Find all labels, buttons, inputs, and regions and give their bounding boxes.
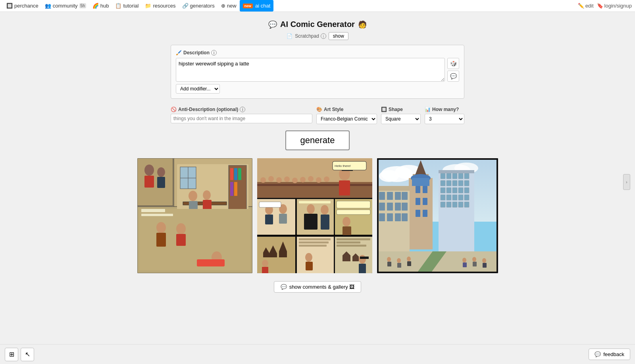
svg-rect-17 [234,182,237,196]
description-icon: 🖌️ [176,50,182,56]
svg-rect-114 [441,180,445,186]
svg-point-42 [308,176,314,182]
art-style-group: 🎨 Art Style Franco-Belgian Comic Manga A… [316,107,377,124]
nav-item-hub[interactable]: 🌈 hub [89,0,112,11]
title-chat-icon: 💬 [268,20,277,29]
svg-point-43 [316,177,321,183]
description-info-icon[interactable]: i [211,50,217,56]
svg-rect-29 [197,259,225,266]
svg-rect-46 [339,180,350,195]
edit-link[interactable]: ✏️ edit [578,3,594,9]
svg-rect-62 [304,214,318,230]
new-badge: new [243,4,253,8]
show-comments-button[interactable]: 💬 show comments & gallery 🖼 [274,281,362,293]
svg-rect-1 [137,158,173,206]
comic-image-2[interactable]: Hello there! [257,158,372,273]
svg-rect-23 [139,209,250,270]
svg-point-24 [156,222,166,233]
anti-desc-icon: 🚫 [171,107,177,112]
anti-description-input[interactable] [171,114,312,123]
svg-point-4 [144,165,154,176]
svg-rect-109 [441,173,445,179]
comic-svg-3 [377,158,498,273]
svg-point-152 [397,258,401,263]
svg-rect-164 [496,158,498,273]
svg-rect-82 [334,237,335,273]
svg-rect-68 [337,201,370,208]
svg-rect-75 [296,237,297,273]
anti-description-group: 🚫 Anti-Description (optional) i [171,107,312,123]
svg-rect-146 [387,213,393,221]
svg-point-40 [292,178,298,183]
svg-rect-105 [423,198,427,205]
comic-image-3[interactable] [377,158,498,273]
svg-rect-135 [377,190,410,257]
description-textarea[interactable]: hipster werewolf sipping a latte [176,58,445,82]
svg-rect-107 [423,210,427,217]
svg-rect-127 [458,195,463,200]
modifier-row: Add modifier... photorealistic anime ske… [176,84,459,94]
art-style-select[interactable]: Franco-Belgian Comic Manga American Comi… [316,114,377,124]
generate-button[interactable]: generate [285,130,350,150]
svg-rect-157 [463,262,467,267]
svg-rect-57 [259,202,281,207]
shape-select[interactable]: Square Portrait Landscape Wide [381,114,421,124]
svg-rect-136 [377,186,410,191]
svg-rect-137 [379,192,385,200]
anti-desc-info-icon[interactable]: i [240,107,245,112]
svg-rect-59 [296,199,297,234]
scratchpad-show-button[interactable]: show [329,32,348,40]
svg-rect-165 [377,272,498,273]
nav-item-ai-chat[interactable]: new ai chat [240,0,274,11]
scratchpad-info-icon[interactable]: i [321,33,326,39]
svg-rect-139 [395,192,401,200]
svg-point-150 [387,257,391,262]
svg-rect-88 [359,264,366,273]
svg-point-156 [462,258,466,262]
sidebar-toggle-button[interactable]: › [623,174,630,190]
nav-item-community[interactable]: 👥 community 5h [42,0,89,11]
comic-svg-2: Hello there! [257,158,372,273]
svg-rect-153 [397,263,401,268]
svg-rect-14 [234,168,237,180]
svg-rect-145 [379,213,385,221]
login-link[interactable]: 🔖 login/signup [597,3,632,9]
svg-point-70 [343,217,350,226]
how-many-group: 📊 How many? 1 2 3 4 5 6 [425,107,464,124]
svg-rect-103 [423,186,427,193]
svg-text:Hello there!: Hello there! [335,164,351,168]
svg-rect-131 [452,202,457,207]
nav-item-perchance[interactable]: 🔲 perchance [3,0,42,11]
svg-rect-162 [377,158,498,160]
svg-rect-123 [464,188,469,193]
svg-rect-101 [412,178,429,186]
svg-rect-102 [416,186,420,193]
how-many-select[interactable]: 1 2 3 4 5 6 [425,114,464,124]
modifier-select[interactable]: Add modifier... photorealistic anime ske… [176,84,220,94]
comments-row: 💬 show comments & gallery 🖼 [40,281,595,293]
comic-image-1[interactable] [137,158,252,273]
how-many-icon: 📊 [425,107,431,112]
svg-rect-25 [156,233,166,247]
svg-rect-54 [265,215,273,224]
svg-rect-119 [441,188,445,193]
nav-item-tutorial[interactable]: 📋 tutorial [112,0,142,11]
main-content: 💬 AI Comic Generator 🧑 📄 Scratchpad i sh… [32,12,603,332]
svg-point-26 [176,223,186,234]
nav-item-resources[interactable]: 📁 resources [142,0,179,11]
shape-group: 🔲 Shape Square Portrait Landscape Wide [381,107,421,124]
description-btn-2[interactable]: 💬 [447,71,459,82]
svg-rect-115 [446,180,451,186]
description-btn-1[interactable]: 🎲 [447,58,459,69]
community-icon: 👥 [45,3,51,9]
svg-rect-65 [299,201,331,203]
svg-rect-81 [306,262,313,270]
svg-rect-77 [299,238,331,240]
svg-rect-74 [262,267,268,273]
svg-rect-97 [409,178,433,249]
nav-item-generators[interactable]: 🔗 generators [179,0,218,11]
svg-rect-71 [343,226,351,235]
nav-item-new[interactable]: ⊕ new [218,0,240,11]
svg-point-160 [482,258,486,263]
svg-rect-111 [452,173,457,179]
